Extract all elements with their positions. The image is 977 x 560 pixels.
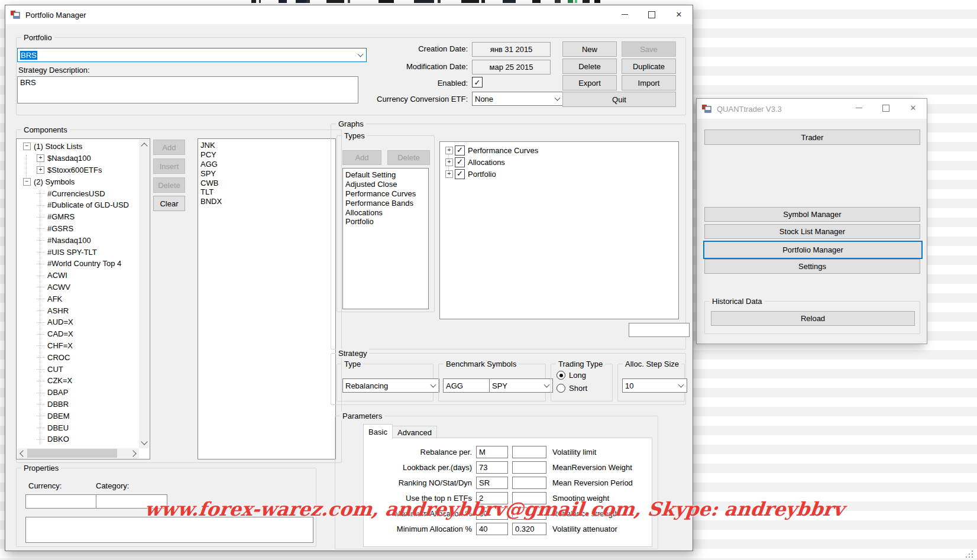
strategy-type-combobox[interactable]: Rebalancing bbox=[342, 378, 439, 393]
trading-type-short-radio[interactable]: Short bbox=[557, 384, 587, 393]
list-item[interactable]: BNDX bbox=[198, 197, 335, 206]
list-item[interactable]: Default Setting bbox=[343, 170, 428, 180]
enabled-checkbox[interactable]: ✓ bbox=[472, 77, 483, 88]
tree-item[interactable]: CROC bbox=[17, 351, 139, 363]
list-item[interactable]: PCY bbox=[198, 150, 335, 160]
properties-notes-input[interactable] bbox=[25, 517, 313, 543]
expander-plus-icon[interactable]: + bbox=[445, 158, 453, 166]
minimize-button[interactable] bbox=[611, 5, 638, 24]
tree-item[interactable]: CZK=X bbox=[17, 375, 139, 387]
currency-input[interactable] bbox=[25, 494, 98, 509]
list-item[interactable]: Performance Bands bbox=[343, 198, 428, 208]
parameter-secondary-input[interactable] bbox=[512, 446, 546, 458]
alloc-step-size-combobox[interactable]: 10 bbox=[622, 378, 687, 393]
list-item[interactable]: Allocations bbox=[343, 208, 428, 217]
portfolio-name-combobox[interactable]: BRS bbox=[17, 48, 367, 62]
list-item[interactable]: Portfolio bbox=[343, 217, 428, 226]
parameter-combobox[interactable]: 40 bbox=[476, 523, 508, 535]
list-item[interactable]: AGG bbox=[198, 160, 335, 169]
tree-item[interactable]: #GSRS bbox=[17, 223, 139, 235]
tree-item[interactable]: #GMRS bbox=[17, 211, 139, 223]
close-button[interactable]: ✕ bbox=[900, 99, 927, 117]
scroll-right-icon[interactable] bbox=[130, 450, 136, 457]
parameter-secondary-input[interactable]: 0.320 bbox=[512, 523, 546, 535]
quit-button[interactable]: Quit bbox=[562, 92, 676, 107]
parameter-secondary-input[interactable] bbox=[512, 507, 546, 520]
components-tree-hscrollbar[interactable] bbox=[17, 448, 139, 458]
parameter-combobox[interactable]: M bbox=[476, 446, 508, 458]
tree-item[interactable]: +✓Allocations bbox=[441, 156, 678, 168]
new-button[interactable]: New bbox=[562, 41, 617, 57]
scroll-down-icon[interactable] bbox=[141, 438, 147, 445]
checkbox[interactable]: ✓ bbox=[455, 169, 465, 179]
tree-item[interactable]: CHF=X bbox=[17, 340, 139, 352]
portfolio-manager-button[interactable]: Portfolio Manager bbox=[703, 241, 923, 259]
checkbox[interactable]: ✓ bbox=[455, 157, 465, 167]
tree-item[interactable]: +$Nasdaq100 bbox=[17, 153, 139, 164]
tree-item[interactable]: #Nasdaq100 bbox=[17, 234, 139, 246]
checkbox[interactable]: ✓ bbox=[455, 145, 465, 156]
list-item[interactable]: SPY bbox=[198, 169, 335, 178]
list-item[interactable]: JNK bbox=[198, 141, 335, 150]
expander-minus-icon[interactable]: − bbox=[23, 178, 31, 186]
expander-plus-icon[interactable]: + bbox=[445, 170, 453, 178]
tree-item[interactable]: DBBR bbox=[17, 399, 139, 410]
currency-conversion-etf-combobox[interactable]: None bbox=[472, 92, 564, 106]
tree-item[interactable]: CUT bbox=[17, 363, 139, 375]
parameter-input[interactable]: 73 bbox=[476, 461, 508, 474]
components-insert-button[interactable]: Insert bbox=[153, 158, 185, 174]
maximize-button[interactable] bbox=[638, 5, 665, 24]
stock-list-manager-button[interactable]: Stock List Manager bbox=[704, 224, 920, 239]
tree-item[interactable]: +$Stoxx600ETFs bbox=[17, 164, 139, 176]
expander-plus-icon[interactable]: + bbox=[445, 147, 453, 154]
parameter-combobox[interactable]: 60 bbox=[476, 507, 508, 520]
scroll-left-icon[interactable] bbox=[20, 450, 26, 457]
strategy-description-input[interactable]: BRS bbox=[17, 76, 358, 103]
components-clear-button[interactable]: Clear bbox=[153, 196, 185, 211]
portfolio-manager-titlebar[interactable]: Portfolio Manager bbox=[5, 5, 693, 24]
tree-item[interactable]: #UIS SPY-TLT bbox=[17, 246, 139, 258]
parameter-secondary-input[interactable] bbox=[512, 477, 546, 489]
export-button[interactable]: Export bbox=[562, 75, 617, 90]
scroll-thumb[interactable] bbox=[27, 449, 117, 458]
trader-button[interactable]: Trader bbox=[704, 130, 920, 145]
components-add-button[interactable]: Add bbox=[153, 140, 185, 155]
list-item[interactable]: TLT bbox=[198, 187, 335, 197]
close-button[interactable]: ✕ bbox=[665, 5, 693, 24]
list-item[interactable]: Adjusted Close bbox=[343, 180, 428, 189]
tree-item[interactable]: DBEM bbox=[17, 410, 139, 422]
import-button[interactable]: Import bbox=[622, 75, 676, 90]
graph-types-delete-button[interactable]: Delete bbox=[387, 150, 430, 165]
tab-advanced[interactable]: Advanced bbox=[392, 426, 437, 439]
list-item[interactable]: CWB bbox=[198, 178, 335, 187]
reload-button[interactable]: Reload bbox=[711, 311, 915, 326]
expander-plus-icon[interactable]: + bbox=[37, 154, 44, 162]
settings-button[interactable]: Settings bbox=[704, 259, 920, 274]
scroll-up-icon[interactable] bbox=[141, 143, 147, 149]
expander-plus-icon[interactable]: + bbox=[37, 166, 44, 174]
components-treeview[interactable]: −(1) Stock Lists+$Nasdaq100+$Stoxx600ETF… bbox=[16, 138, 150, 459]
symbol-manager-button[interactable]: Symbol Manager bbox=[704, 207, 920, 222]
selected-symbols-listbox[interactable]: JNKPCYAGGSPYCWBTLTBNDX bbox=[198, 138, 336, 459]
graphs-value-input[interactable] bbox=[629, 323, 690, 337]
parameter-secondary-input[interactable] bbox=[512, 492, 546, 504]
benchmark2-combobox[interactable]: SPY bbox=[489, 378, 553, 393]
maximize-button[interactable] bbox=[872, 99, 900, 117]
tree-item[interactable]: +✓Performance Curves bbox=[441, 144, 678, 156]
duplicate-button[interactable]: Duplicate bbox=[622, 59, 676, 74]
tab-basic[interactable]: Basic bbox=[363, 424, 393, 439]
tree-item[interactable]: DBAP bbox=[17, 387, 139, 399]
trading-type-long-radio[interactable]: Long bbox=[557, 371, 586, 380]
tree-item[interactable]: −(2) Symbols bbox=[17, 176, 139, 187]
components-tree-vscrollbar[interactable] bbox=[139, 140, 149, 448]
graph-types-listbox[interactable]: Default SettingAdjusted ClosePerformance… bbox=[342, 168, 429, 309]
tree-item[interactable]: CAD=X bbox=[17, 328, 139, 340]
tree-item[interactable]: #CurrenciesUSD bbox=[17, 187, 139, 199]
tree-item[interactable]: AUD=X bbox=[17, 316, 139, 328]
parameter-combobox[interactable]: SR bbox=[476, 477, 508, 489]
tree-item[interactable]: #World Country Top 4 bbox=[17, 258, 139, 270]
parameter-secondary-input[interactable] bbox=[512, 461, 546, 474]
tree-item[interactable]: AFK bbox=[17, 293, 139, 305]
save-button[interactable]: Save bbox=[622, 41, 676, 57]
minimize-button[interactable] bbox=[845, 99, 872, 117]
